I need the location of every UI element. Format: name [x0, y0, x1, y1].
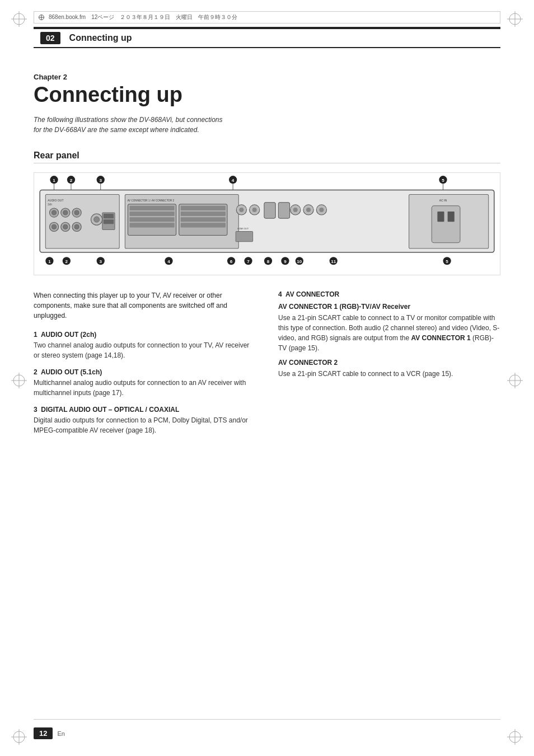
- header-title: Connecting up: [69, 33, 132, 43]
- svg-point-27: [74, 210, 79, 215]
- corner-crosshair-tl: [11, 11, 27, 27]
- chapter-badge: 02: [40, 32, 60, 44]
- svg-text:11: 11: [331, 259, 336, 264]
- svg-text:AV CONNECTOR 1 / AV CONNECTOR : AV CONNECTOR 1 / AV CONNECTOR 2: [127, 199, 174, 202]
- desc-right-column: 4 AV CONNECTOR AV CONNECTOR 1 (RGB)-TV/A…: [278, 290, 500, 443]
- svg-text:5: 5: [442, 178, 444, 183]
- rear-panel-diagram: AUDIO OUT 2ch: [34, 172, 500, 278]
- meta-line: 868en.book.fm 12ページ ２０３年８月１９日 火曜日 午前９時３０…: [34, 11, 500, 24]
- svg-point-68: [306, 208, 311, 212]
- item-1-body: Two channel analog audio outputs for con…: [34, 340, 256, 360]
- mid-crosshair-left: [11, 373, 27, 388]
- corner-crosshair-br: [507, 729, 523, 745]
- desc-item-4a-body: Use a 21-pin SCART cable to connect to a…: [278, 313, 500, 353]
- svg-point-29: [51, 224, 56, 229]
- item-4a-bold: AV CONNECTOR 1: [411, 334, 470, 342]
- desc-item-1: 1 AUDIO OUT (2ch) Two channel analog aud…: [34, 331, 256, 360]
- section-heading-rear-panel: Rear panel: [34, 151, 500, 163]
- chapter-heading: Connecting up: [34, 83, 500, 107]
- desc-item-4: 4 AV CONNECTOR AV CONNECTOR 1 (RGB)-TV/A…: [278, 290, 500, 379]
- meta-bullet: [39, 15, 44, 20]
- page-header: 02 Connecting up: [34, 28, 500, 48]
- svg-text:5: 5: [446, 259, 448, 264]
- svg-rect-49: [129, 212, 174, 216]
- page-number-badge: 12: [34, 727, 53, 739]
- desc-item-4-title: 4 AV CONNECTOR: [278, 290, 500, 298]
- svg-text:1: 1: [48, 259, 51, 264]
- svg-point-23: [51, 210, 56, 215]
- svg-point-33: [74, 224, 79, 229]
- svg-text:1: 1: [53, 178, 55, 183]
- svg-rect-50: [129, 217, 174, 222]
- svg-rect-54: [181, 212, 226, 216]
- desc-item-4a: AV CONNECTOR 1 (RGB)-TV/AV Receiver Use …: [278, 303, 500, 353]
- item-1-title-text: AUDIO OUT (2ch): [41, 331, 96, 339]
- svg-point-35: [94, 217, 100, 222]
- svg-text:8: 8: [267, 259, 270, 264]
- svg-rect-53: [181, 206, 226, 210]
- desc-item-3-title: 3 DIGITAL AUDIO OUT – OPTICAL / COAXIAL: [34, 406, 256, 414]
- desc-item-1-title: 1 AUDIO OUT (2ch): [34, 331, 256, 339]
- item-3-body: Digital audio outputs for connection to …: [34, 415, 256, 435]
- desc-left-column: When connecting this player up to your T…: [34, 290, 256, 443]
- item-2-body: Multichannel analog audio outputs for co…: [34, 378, 256, 398]
- rear-panel-intro: When connecting this player up to your T…: [34, 290, 256, 321]
- desc-item-3: 3 DIGITAL AUDIO OUT – OPTICAL / COAXIAL …: [34, 406, 256, 435]
- svg-rect-37: [104, 214, 114, 218]
- svg-text:4: 4: [167, 259, 170, 264]
- item-4-title-text: AV CONNECTOR: [285, 290, 339, 298]
- item-2-title-text: AUDIO OUT (5.1ch): [41, 368, 102, 376]
- svg-point-31: [63, 224, 68, 229]
- svg-rect-72: [236, 231, 252, 241]
- desc-item-4a-subtitle: AV CONNECTOR 1 (RGB)-TV/AV Receiver: [278, 303, 500, 311]
- desc-item-4b: AV CONNECTOR 2 Use a 21-pin SCART cable …: [278, 359, 500, 379]
- svg-text:2ch: 2ch: [48, 203, 52, 206]
- chapter-label: Chapter 2: [34, 73, 500, 81]
- svg-text:2: 2: [70, 178, 73, 183]
- svg-point-25: [63, 210, 68, 215]
- svg-text:6: 6: [230, 259, 233, 264]
- svg-point-70: [319, 208, 324, 212]
- page-footer: 12 En: [34, 727, 500, 739]
- svg-text:AC IN: AC IN: [439, 199, 447, 202]
- desc-item-2-title: 2 AUDIO OUT (5.1ch): [34, 368, 256, 376]
- item-2-num: 2: [34, 368, 38, 376]
- svg-text:4: 4: [232, 178, 235, 183]
- chapter-description: The following illustrations show the DV-…: [34, 115, 224, 135]
- desc-item-2: 2 AUDIO OUT (5.1ch) Multichannel analog …: [34, 368, 256, 398]
- item-3-num: 3: [34, 406, 38, 414]
- svg-rect-55: [181, 217, 226, 222]
- mid-crosshair-right: [507, 373, 523, 388]
- svg-text:7: 7: [247, 259, 250, 264]
- svg-rect-51: [129, 223, 174, 227]
- item-3-title-text: DIGITAL AUDIO OUT – OPTICAL / COAXIAL: [41, 406, 179, 414]
- svg-rect-56: [181, 223, 226, 227]
- page-language: En: [57, 730, 64, 737]
- meta-text: 868en.book.fm 12ページ ２０３年８月１９日 火曜日 午前９時３０…: [49, 13, 237, 21]
- description-columns: When connecting this player up to your T…: [34, 290, 500, 443]
- svg-text:9: 9: [284, 259, 287, 264]
- svg-text:3: 3: [99, 178, 102, 183]
- desc-item-4b-subtitle: AV CONNECTOR 2: [278, 359, 500, 367]
- svg-point-62: [252, 208, 257, 212]
- main-content: Chapter 2 Connecting up The following il…: [34, 56, 500, 711]
- svg-rect-89: [448, 212, 455, 222]
- svg-rect-87: [432, 206, 460, 243]
- desc-item-4b-body: Use a 21-pin SCART cable to connect to a…: [278, 369, 500, 379]
- svg-rect-64: [278, 203, 289, 218]
- svg-point-66: [293, 208, 298, 212]
- footer-rule: [34, 719, 500, 720]
- svg-rect-88: [437, 212, 444, 222]
- corner-crosshair-bl: [11, 729, 27, 745]
- svg-text:AUDIO OUT: AUDIO OUT: [48, 199, 63, 202]
- corner-crosshair-tr: [507, 11, 523, 27]
- svg-rect-48: [129, 206, 174, 210]
- item-1-num: 1: [34, 331, 38, 339]
- svg-rect-38: [104, 219, 114, 224]
- svg-text:3: 3: [99, 259, 102, 264]
- svg-text:2: 2: [65, 259, 68, 264]
- svg-text:HDMI OUT: HDMI OUT: [237, 227, 249, 230]
- svg-text:10: 10: [297, 259, 302, 264]
- svg-point-60: [239, 208, 243, 212]
- svg-rect-63: [264, 203, 275, 218]
